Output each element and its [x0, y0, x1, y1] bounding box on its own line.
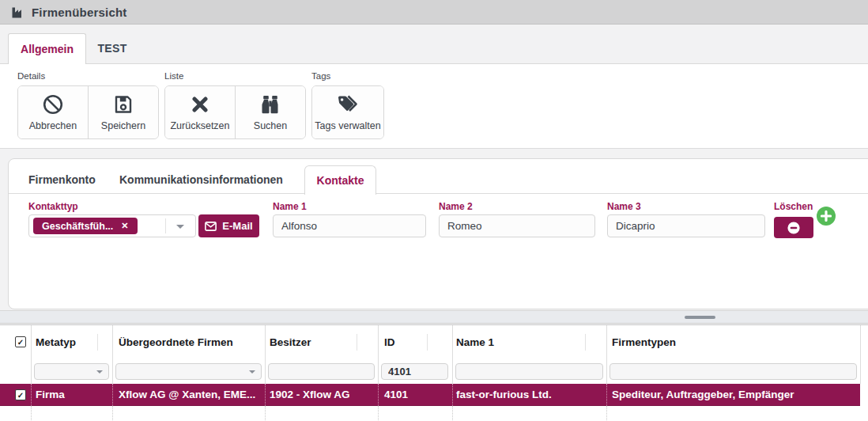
col-header-uebergeordnete-firmen[interactable]: Übergeordnete Firmen [119, 325, 233, 359]
tab-test-label: TEST [98, 42, 127, 55]
chevron-down-icon [249, 370, 255, 374]
cell-name1: fast-or-furious Ltd. [456, 384, 552, 406]
toolbar-group-label-tags: Tags [311, 71, 330, 81]
cell-divider [112, 384, 113, 406]
mail-icon [205, 222, 217, 231]
add-contact-button[interactable] [817, 207, 836, 226]
kontakttyp-chip[interactable]: Geschäftsfüh... ✕ [33, 218, 138, 234]
cell-divider [378, 384, 379, 406]
tab-allgemein[interactable]: Allgemein [8, 33, 86, 64]
email-button-label: E-Mail [222, 220, 252, 232]
titlebar: Firmenübersicht [0, 0, 868, 25]
cell-divider [452, 406, 453, 421]
abbrechen-button[interactable]: Abbrechen [18, 86, 88, 138]
tab-firmenkonto[interactable]: Firmenkonto [28, 165, 96, 194]
cell-uebergeordnete-firmen: Xflow AG @ Xanten, EME... [119, 384, 261, 406]
plus-circle-icon [821, 210, 832, 222]
suchen-label: Suchen [254, 120, 287, 131]
splitter-grip[interactable] [685, 316, 715, 319]
cell-divider [265, 384, 266, 406]
chip-remove-icon[interactable]: ✕ [121, 221, 128, 231]
kontakttyp-chip-label: Geschäftsfüh... [42, 221, 113, 232]
loeschen-label: Löschen [774, 201, 813, 212]
ban-icon [42, 93, 64, 116]
zuruecksetzen-label: Zurücksetzen [170, 120, 229, 131]
tab-kontakte[interactable]: Kontakte [304, 165, 376, 195]
column-resize-grip[interactable] [97, 334, 98, 351]
cell-divider [31, 384, 32, 406]
cell-besitzer: 1902 - Xflow AG [270, 384, 350, 406]
name2-label: Name 2 [439, 201, 473, 212]
column-resize-grip[interactable] [427, 334, 428, 351]
col-header-besitzer[interactable]: Besitzer [270, 325, 311, 359]
row-checkbox[interactable]: ✓ [15, 389, 26, 400]
cell-divider [606, 384, 607, 406]
toolbar-group-liste: Zurücksetzen Suchen [164, 85, 306, 139]
kontakttyp-multiselect[interactable]: Geschäftsfüh... ✕ [28, 214, 196, 237]
column-border [112, 325, 113, 384]
name1-field[interactable] [273, 214, 426, 237]
name3-field[interactable] [607, 214, 765, 237]
factory-icon [11, 6, 25, 19]
tab-allgemein-label: Allgemein [21, 43, 74, 55]
cell-divider [606, 406, 607, 421]
company-table: ✓ Metatyp Übergeordnete Firmen Besitzer … [0, 324, 868, 421]
toolbar-group-details: Abbrechen Speichern [17, 85, 159, 139]
cell-divider [378, 406, 379, 421]
chevron-down-icon[interactable] [176, 225, 184, 229]
column-resize-grip[interactable] [357, 334, 357, 351]
tags-verwalten-label: Tags verwalten [315, 120, 380, 131]
cell-divider [31, 406, 32, 421]
filter-firmentypen-input[interactable] [609, 363, 857, 380]
check-icon: ✓ [17, 391, 24, 400]
filter-metatyp-select[interactable] [34, 363, 109, 380]
kontakttyp-label: Kontakttyp [28, 201, 78, 212]
toolbar-group-label-liste: Liste [164, 71, 183, 81]
save-icon [112, 93, 134, 116]
speichern-label: Speichern [101, 120, 145, 131]
column-border [265, 325, 266, 384]
filter-besitzer-input[interactable] [268, 363, 375, 380]
col-header-name1[interactable]: Name 1 [456, 325, 494, 359]
cell-id: 4101 [384, 384, 408, 406]
multiselect-divider [165, 218, 166, 233]
chevron-down-icon [96, 370, 103, 374]
detail-panel: Firmenkonto Kommunikationsinformationen … [8, 158, 868, 309]
tab-test[interactable]: TEST [87, 33, 138, 63]
toolbar-panel: Details Abbrechen Speichern Liste [0, 63, 868, 149]
tags-verwalten-button[interactable]: Tags verwalten [312, 86, 383, 138]
column-border [606, 325, 607, 384]
name2-field[interactable] [439, 214, 595, 237]
speichern-button[interactable]: Speichern [88, 86, 158, 138]
select-all-checkbox[interactable]: ✓ [15, 336, 26, 347]
table-row-selected[interactable]: ✓ Firma Xflow AG @ Xanten, EME... 1902 -… [0, 384, 860, 406]
cell-firmentypen: Spediteur, Auftraggeber, Empfänger [612, 384, 794, 406]
minus-circle-icon [787, 221, 801, 235]
col-header-firmentypen[interactable]: Firmentypen [612, 325, 676, 359]
suchen-button[interactable]: Suchen [235, 86, 305, 138]
filter-id-input[interactable] [381, 363, 448, 380]
col-header-metatyp[interactable]: Metatyp [36, 325, 76, 359]
tab-kommunikationsinformationen[interactable]: Kommunikationsinformationen [119, 165, 283, 194]
name1-label: Name 1 [273, 201, 307, 212]
filter-name1-input[interactable] [455, 363, 603, 380]
clear-x-icon [189, 93, 211, 116]
toolbar-group-label-details: Details [17, 71, 45, 81]
cell-divider [452, 384, 453, 406]
toolbar-group-tags: Tags verwalten [311, 85, 384, 139]
cell-divider [265, 406, 266, 421]
column-resize-grip[interactable] [585, 334, 586, 351]
column-border [378, 325, 379, 384]
horizontal-splitter[interactable] [0, 310, 868, 324]
loeschen-button[interactable] [774, 217, 813, 238]
column-border [860, 325, 861, 384]
tags-icon [336, 93, 360, 116]
cell-divider [112, 406, 113, 421]
column-border [31, 325, 32, 384]
tab-kontakte-label: Kontakte [317, 174, 364, 187]
zuruecksetzen-button[interactable]: Zurücksetzen [165, 86, 235, 138]
cell-metatyp: Firma [36, 384, 65, 406]
email-button[interactable]: E-Mail [198, 214, 259, 237]
filter-uebergeordnete-select[interactable] [115, 363, 262, 380]
col-header-id[interactable]: ID [384, 325, 395, 359]
